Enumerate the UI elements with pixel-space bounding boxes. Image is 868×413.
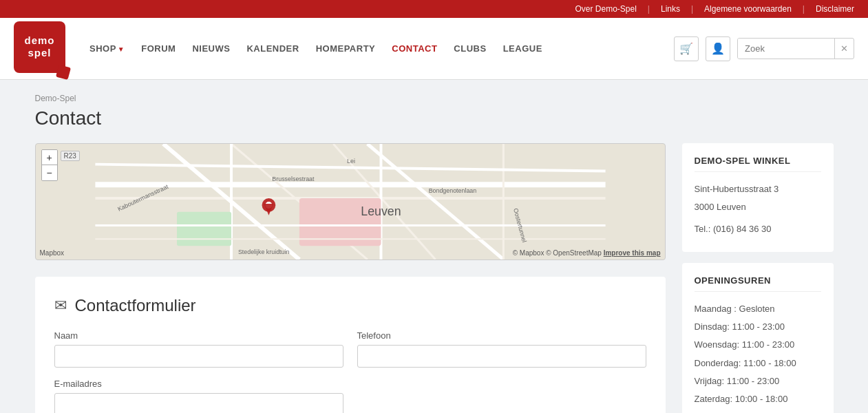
- hours-1: Dinsdag: 11:00 - 23:00: [695, 319, 821, 335]
- address-line2: 3000 Leuven: [695, 200, 821, 215]
- nav-shop[interactable]: SHOP▼: [83, 38, 131, 59]
- form-group-email: E-mailadres: [54, 379, 343, 413]
- sep3: |: [803, 4, 805, 14]
- map-r23-label: R23: [61, 151, 80, 161]
- nav-homeparty[interactable]: HOMEPARTY: [309, 38, 383, 59]
- form-row-email: E-mailadres: [54, 379, 646, 413]
- map-zoom-out[interactable]: −: [42, 165, 57, 180]
- telefoon-input[interactable]: [357, 345, 646, 368]
- sidebar-openingsuren-card: OPENINGSUREN Maandag : Gesloten Dinsdag:…: [682, 263, 834, 413]
- map-zoom-in[interactable]: +: [42, 150, 57, 165]
- logo-inner: demospel: [14, 21, 65, 73]
- svg-text:Bondgenotenlaan: Bondgenotenlaan: [428, 187, 476, 194]
- map-svg: Kaboutermansstraat Brusselsestraat Bondg…: [36, 144, 665, 260]
- breadcrumb: Demo-Spel: [35, 94, 834, 103]
- content-layout: Kaboutermansstraat Brusselsestraat Bondg…: [35, 143, 834, 413]
- form-title-text: Contactformulier: [75, 296, 196, 315]
- svg-text:Stedelijke kruidtuin: Stedelijke kruidtuin: [237, 248, 289, 255]
- search-input[interactable]: [738, 39, 834, 59]
- top-link-voorwaarden[interactable]: Algemene voorwaarden: [704, 4, 792, 14]
- svg-text:Brusselsestraat: Brusselsestraat: [272, 176, 315, 182]
- search-button[interactable]: ✕: [834, 39, 854, 59]
- winkel-title: DEMO-SPEL WINKEL: [695, 156, 821, 172]
- sep2: |: [691, 4, 693, 14]
- map-zoom-controls: + −: [41, 149, 58, 181]
- form-group-telefoon: Telefoon: [357, 330, 646, 368]
- winkel-info: Sint-Hubertusstraat 3 3000 Leuven Tel.: …: [695, 182, 821, 237]
- naam-input[interactable]: [54, 345, 343, 368]
- top-link-over[interactable]: Over Demo-Spel: [575, 4, 636, 14]
- hours-0: Maandag : Gesloten: [695, 301, 821, 317]
- hours-5: Zaterdag: 10:00 - 18:00: [695, 392, 821, 407]
- form-title: ✉ Contactformulier: [54, 296, 646, 315]
- sidebar-winkel-card: DEMO-SPEL WINKEL Sint-Hubertusstraat 3 3…: [682, 143, 834, 252]
- naam-label: Naam: [54, 330, 343, 341]
- search-box: ✕: [737, 38, 854, 59]
- header-icons: 🛒 👤 ✕: [674, 36, 854, 61]
- header: demospel SHOP▼ FORUM NIEUWS KALENDER HOM…: [0, 18, 868, 80]
- form-group-naam: Naam: [54, 330, 343, 368]
- sep1: |: [648, 4, 650, 14]
- shop-arrow-icon: ▼: [118, 45, 125, 53]
- sidebar: DEMO-SPEL WINKEL Sint-Hubertusstraat 3 3…: [682, 143, 834, 413]
- hours-4: Vrijdag: 11:00 - 23:00: [695, 374, 821, 389]
- hours-2: Woensdag: 11:00 - 23:00: [695, 337, 821, 352]
- nav-kalender[interactable]: KALENDER: [240, 38, 306, 59]
- phone: Tel.: (016) 84 36 30: [695, 222, 821, 237]
- svg-text:Leuven: Leuven: [361, 204, 401, 218]
- envelope-icon: ✉: [54, 297, 67, 315]
- email-input[interactable]: [54, 393, 343, 413]
- openingsuren-info: Maandag : Gesloten Dinsdag: 11:00 - 23:0…: [695, 301, 821, 413]
- nav-league[interactable]: LEAGUE: [496, 38, 549, 59]
- user-button[interactable]: 👤: [706, 36, 730, 61]
- map-credit-left: Mapbox: [40, 249, 65, 257]
- top-link-links[interactable]: Links: [661, 4, 680, 14]
- main-column: Kaboutermansstraat Brusselsestraat Bondg…: [35, 143, 666, 413]
- contact-form-section: ✉ Contactformulier Naam Telefoon E-ma: [35, 277, 666, 413]
- logo[interactable]: demospel: [14, 21, 69, 76]
- page-title: Contact: [35, 107, 834, 129]
- nav-contact[interactable]: CONTACT: [385, 38, 444, 59]
- cart-button[interactable]: 🛒: [674, 36, 699, 61]
- top-link-disclaimer[interactable]: Disclaimer: [816, 4, 854, 14]
- main-content: Demo-Spel Contact: [21, 80, 847, 413]
- email-label: E-mailadres: [54, 379, 343, 389]
- top-bar: Over Demo-Spel | Links | Algemene voorwa…: [0, 0, 868, 18]
- form-row-naam-telefoon: Naam Telefoon: [54, 330, 646, 368]
- main-nav: SHOP▼ FORUM NIEUWS KALENDER HOMEPARTY CO…: [83, 38, 674, 59]
- nav-clubs[interactable]: CLUBS: [447, 38, 493, 59]
- openingsuren-title: OPENINGSUREN: [695, 275, 821, 292]
- hours-3: Donderdag: 11:00 - 18:00: [695, 356, 821, 371]
- nav-nieuws[interactable]: NIEUWS: [185, 38, 237, 59]
- address-line1: Sint-Hubertusstraat 3: [695, 182, 821, 197]
- hours-6: Zondag: 11:00 - 18:00: [695, 410, 821, 413]
- map-credit: © Mapbox © OpenStreetMap Improve this ma…: [513, 249, 661, 257]
- form-group-empty: [357, 379, 646, 413]
- telefoon-label: Telefoon: [357, 330, 646, 341]
- nav-forum[interactable]: FORUM: [134, 38, 182, 59]
- svg-rect-11: [177, 212, 231, 246]
- svg-text:Lei: Lei: [347, 158, 355, 165]
- map-improve-link[interactable]: Improve this map: [604, 249, 661, 257]
- map-container: Kaboutermansstraat Brusselsestraat Bondg…: [35, 143, 666, 260]
